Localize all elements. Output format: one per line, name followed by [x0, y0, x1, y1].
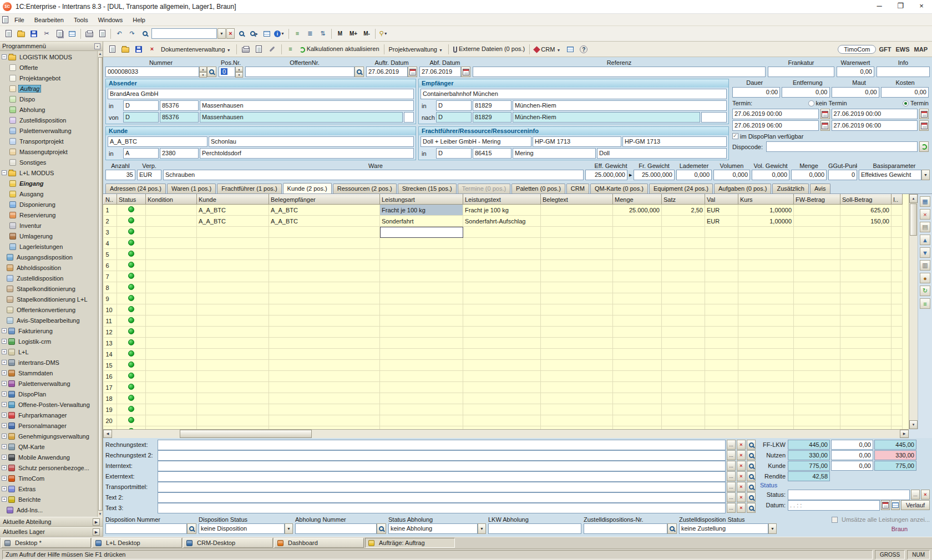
cell-art[interactable] [380, 282, 463, 293]
aktuelle-abteilung-bar[interactable]: Aktuelle Abteilung ▶ [0, 517, 103, 527]
cell-status[interactable] [117, 404, 146, 415]
cell-kondition[interactable] [146, 249, 197, 260]
ellipsis-button[interactable]: ... [727, 482, 736, 492]
cell-text[interactable] [463, 338, 541, 349]
externe-dateien-button[interactable]: Externe Dateien (0 pos.) [452, 44, 526, 54]
cell-text[interactable] [463, 393, 541, 404]
kein-termin-radio[interactable] [808, 100, 814, 106]
cell-text[interactable] [463, 360, 541, 371]
cell-kunde[interactable] [197, 349, 269, 360]
sidebar-item-logistik-crm[interactable]: +Logistik-crm [0, 336, 97, 347]
cell-kondition[interactable] [146, 338, 197, 349]
cell-fw[interactable] [794, 415, 840, 426]
taskbar-item-l-l-desktop[interactable]: L+L Desktop [92, 538, 182, 548]
datum-input[interactable]: . . : : [788, 500, 880, 511]
cell-art[interactable] [380, 338, 463, 349]
cell-i[interactable] [892, 371, 903, 382]
cell-text[interactable] [463, 304, 541, 315]
cell-soll[interactable] [840, 415, 892, 426]
dispocode-refresh-icon[interactable] [919, 141, 929, 152]
cell-art[interactable] [380, 271, 463, 282]
cell-kunde[interactable] [197, 260, 269, 271]
cell-i[interactable] [892, 382, 903, 393]
gft-button[interactable]: GFT [879, 46, 891, 53]
cell-belegtext[interactable] [541, 404, 613, 415]
sidebar-item-transportprojekt[interactable]: Transportprojekt [0, 136, 97, 146]
table-row-17[interactable]: 17 [104, 382, 903, 393]
empfaenger-nach-extra-input[interactable] [701, 112, 727, 123]
sidebar-item-stammdaten[interactable]: +Stammdaten [0, 368, 97, 378]
sidebar-item-l-l[interactable]: +L+L [0, 347, 97, 357]
externtext-input[interactable] [158, 471, 726, 482]
search-icon[interactable] [747, 450, 756, 460]
cell-status[interactable] [117, 304, 146, 315]
disposition-status-select[interactable]: keine Disposition ▼ [199, 523, 293, 534]
cell-satz[interactable] [662, 304, 705, 315]
tab-adressen-24-pos[interactable]: Adressen (24 pos.) [105, 184, 166, 194]
cell-fw[interactable] [794, 382, 840, 393]
cell-kurs[interactable] [738, 260, 794, 271]
cell-kondition[interactable] [146, 304, 197, 315]
column-header-kurs[interactable]: Kurs [738, 195, 794, 205]
scrollbar-thumb[interactable] [98, 57, 103, 511]
tab-paletten-0-pos[interactable]: Paletten (0 pos.) [511, 184, 565, 194]
cell-status[interactable] [117, 327, 146, 338]
cell-kunde[interactable] [197, 238, 269, 249]
taskbar-item-dashboard[interactable]: Dashboard [274, 538, 364, 548]
cell-kondition[interactable] [146, 327, 197, 338]
cell-beleg[interactable] [269, 293, 380, 304]
cell-n[interactable]: 3 [104, 227, 117, 238]
termin-von-calendar-icon[interactable] [820, 109, 830, 119]
cell-kurs[interactable] [738, 315, 794, 327]
settings-wrench-icon[interactable] [266, 43, 278, 55]
column-header-soll-betrag[interactable]: Soll-Betrag [840, 195, 892, 205]
expand-icon[interactable]: + [2, 339, 7, 344]
ews-button[interactable]: EWS [895, 46, 909, 53]
cell-status[interactable] [117, 315, 146, 327]
anzahl-input[interactable]: 35 [105, 170, 135, 180]
frachtfuehrer-name-input[interactable]: Doll + Leiber GmbH - Mering [421, 136, 531, 147]
cell-beleg[interactable] [269, 304, 380, 315]
column-header-n[interactable]: N.. [104, 195, 117, 205]
cell-n[interactable]: 8 [104, 282, 117, 293]
cell-fw[interactable] [794, 349, 840, 360]
taskbar-item-crm-desktop[interactable]: CRM-Desktop [183, 538, 273, 548]
scrollbar-thumb[interactable] [910, 203, 917, 236]
cell-art[interactable] [380, 415, 463, 426]
cell-satz[interactable] [662, 271, 705, 282]
zustelldispositions-nr-input[interactable] [584, 523, 667, 534]
interntext-input[interactable] [158, 461, 726, 471]
cell-fw[interactable] [794, 338, 840, 349]
cell-kunde[interactable] [197, 415, 269, 426]
kalkulationen-aktualisieren-button[interactable]: Kalkulationen aktualisieren [298, 44, 381, 53]
termin-bis-input[interactable]: 27.06.2019 00:00 [832, 109, 918, 119]
cell-satz[interactable] [662, 293, 705, 304]
cell-satz[interactable] [662, 349, 705, 360]
menu-windows[interactable]: Windows [93, 15, 128, 25]
offertennr-input[interactable] [245, 67, 354, 77]
cell-val[interactable] [705, 227, 738, 238]
column-header-i[interactable]: I.. [892, 195, 903, 205]
expand-icon[interactable]: + [2, 413, 7, 418]
cell-kondition[interactable] [146, 315, 197, 327]
find-icon[interactable] [235, 28, 247, 40]
rechnungstext-input[interactable] [158, 440, 726, 450]
taskbar-item-desktop[interactable]: Desktop * [1, 538, 91, 548]
auftr-datum-input[interactable]: 27.06.2019 [366, 67, 408, 77]
dispoplan-checkbox[interactable] [732, 133, 738, 139]
cell-soll[interactable] [840, 249, 892, 260]
cell-belegtext[interactable] [541, 271, 613, 282]
cell-kunde[interactable] [197, 393, 269, 404]
cell-belegtext[interactable] [541, 260, 613, 271]
cell-menge[interactable] [613, 271, 662, 282]
termin-bis-calendar-icon[interactable] [919, 109, 929, 119]
expand-icon[interactable]: + [2, 349, 7, 354]
sidebar-item-massengutprojekt[interactable]: Massengutprojekt [0, 146, 97, 157]
user-icon[interactable]: ● [920, 273, 930, 283]
cell-kondition[interactable] [146, 382, 197, 393]
taskbar-item-aufträge-auftrag[interactable]: Aufträge: Auftrag [365, 538, 455, 548]
cell-n[interactable]: 16 [104, 371, 117, 382]
cell-kurs[interactable] [738, 360, 794, 371]
cell-belegtext[interactable] [541, 304, 613, 315]
cell-satz[interactable] [662, 382, 705, 393]
